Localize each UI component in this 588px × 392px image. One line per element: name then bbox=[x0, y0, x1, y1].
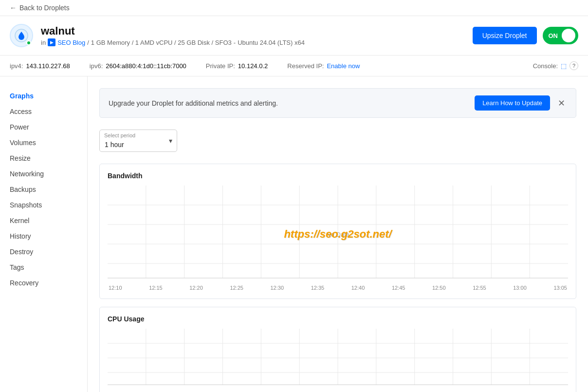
droplet-avatar bbox=[10, 24, 33, 47]
droplet-icon bbox=[15, 29, 28, 42]
time-label-4: 12:30 bbox=[271, 285, 284, 291]
cpu-chart-svg bbox=[108, 329, 568, 387]
console-label: Console: bbox=[533, 62, 558, 70]
upsize-droplet-button[interactable]: Upsize Droplet bbox=[473, 27, 537, 44]
time-label-3: 12:25 bbox=[230, 285, 243, 291]
time-label-9: 12:55 bbox=[473, 285, 486, 291]
reserved-ip-label: Reserved IP: bbox=[287, 62, 324, 70]
sidebar-item-volumes[interactable]: Volumes bbox=[0, 135, 87, 150]
period-select-wrapper: Select period 1 hour 6 hours 24 hours 7 … bbox=[99, 130, 177, 152]
dash: - bbox=[234, 39, 236, 46]
sidebar-item-power[interactable]: Power bbox=[0, 119, 87, 135]
sidebar-item-networking[interactable]: Networking bbox=[0, 166, 87, 182]
time-label-0: 12:10 bbox=[109, 285, 122, 291]
time-label-8: 12:50 bbox=[432, 285, 446, 291]
sidebar-item-tags[interactable]: Tags bbox=[0, 260, 87, 275]
time-label-6: 12:40 bbox=[351, 285, 365, 291]
back-to-droplets-link[interactable]: ← Back to Droplets bbox=[10, 4, 70, 12]
time-label-5: 12:35 bbox=[311, 285, 325, 291]
alert-actions: Learn How to Update ✕ bbox=[475, 95, 567, 111]
bandwidth-chart-area: https://seo.g2sot.net/ bbox=[108, 186, 568, 283]
console-icon: ⬚ bbox=[561, 62, 567, 70]
project-link[interactable]: SEO Blog bbox=[57, 39, 85, 46]
sidebar-item-resize[interactable]: Resize bbox=[0, 150, 87, 166]
arrow-left-icon: ← bbox=[10, 4, 17, 12]
console-link[interactable]: ⬚ bbox=[561, 62, 567, 70]
private-ip-value: 10.124.0.2 bbox=[238, 62, 268, 70]
time-label-10: 13:00 bbox=[513, 285, 527, 291]
droplet-name: walnut bbox=[41, 25, 305, 37]
bandwidth-time-axis: 12:10 12:15 12:20 12:25 12:30 12:35 12:4… bbox=[108, 285, 568, 291]
toggle-label: ON bbox=[549, 32, 558, 39]
ipv6-label: ipv6: bbox=[90, 62, 103, 70]
sidebar-item-destroy[interactable]: Destroy bbox=[0, 244, 87, 260]
reserved-ip-item: Reserved IP: Enable now bbox=[287, 62, 360, 70]
learn-how-to-update-button[interactable]: Learn How to Update bbox=[475, 95, 550, 111]
alert-text: Upgrade your Droplet for additional metr… bbox=[109, 99, 278, 107]
droplet-header: walnut in ▶ SEO Blog / 1 GB Memory / 1 A… bbox=[0, 16, 588, 56]
project-name: SEO Blog bbox=[57, 39, 85, 46]
header-actions: Upsize Droplet ON bbox=[473, 27, 578, 44]
sidebar-item-access[interactable]: Access bbox=[0, 104, 87, 119]
ipv4-label: ipv4: bbox=[10, 62, 23, 70]
cpu-chart-area bbox=[108, 329, 568, 387]
ipv4-item: ipv4: 143.110.227.68 bbox=[10, 62, 70, 70]
console-section: Console: ⬚ ? bbox=[533, 61, 578, 70]
bandwidth-chart-container: Bandwidth https://seo.g2sot.net/ bbox=[99, 164, 576, 299]
help-icon[interactable]: ? bbox=[570, 61, 578, 70]
time-label-2: 12:20 bbox=[189, 285, 203, 291]
sidebar-item-backups[interactable]: Backups bbox=[0, 182, 87, 197]
alert-close-button[interactable]: ✕ bbox=[556, 99, 567, 108]
top-nav: ← Back to Droplets bbox=[0, 0, 588, 16]
cpu-chart-title: CPU Usage bbox=[108, 315, 568, 323]
bandwidth-chart-title: Bandwidth bbox=[108, 172, 568, 180]
private-ip-item: Private IP: 10.124.0.2 bbox=[206, 62, 268, 70]
period-select[interactable]: 1 hour 6 hours 24 hours 7 days 30 days bbox=[99, 130, 177, 152]
droplet-specs: 1 GB Memory / 1 AMD vCPU / 25 GB Disk / … bbox=[91, 39, 232, 46]
droplet-info: walnut in ▶ SEO Blog / 1 GB Memory / 1 A… bbox=[41, 25, 305, 46]
sidebar-item-kernel[interactable]: Kernel bbox=[0, 213, 87, 228]
separator: / bbox=[87, 39, 89, 46]
sidebar-item-recovery[interactable]: Recovery bbox=[0, 275, 87, 291]
time-label-7: 12:45 bbox=[392, 285, 405, 291]
ip-bar: ipv4: 143.110.227.68 ipv6: 2604:a880:4:1… bbox=[0, 56, 588, 76]
sidebar: Graphs Access Power Volumes Resize Netwo… bbox=[0, 76, 88, 392]
sidebar-item-snapshots[interactable]: Snapshots bbox=[0, 197, 87, 213]
status-dot bbox=[26, 40, 31, 45]
period-selector: Select period 1 hour 6 hours 24 hours 7 … bbox=[99, 130, 576, 152]
main-layout: Graphs Access Power Volumes Resize Netwo… bbox=[0, 76, 588, 392]
meta-in-label: in bbox=[41, 39, 46, 46]
ipv6-item: ipv6: 2604:a880:4:1d0::11cb:7000 bbox=[90, 62, 186, 70]
project-icon: ▶ bbox=[48, 38, 55, 46]
cpu-chart-container: CPU Usage bbox=[99, 307, 576, 392]
ipv4-value: 143.110.227.68 bbox=[26, 62, 70, 70]
ipv6-value: 2604:a880:4:1d0::11cb:7000 bbox=[106, 62, 186, 70]
power-toggle[interactable]: ON bbox=[543, 27, 579, 44]
alert-banner: Upgrade your Droplet for additional metr… bbox=[99, 88, 576, 118]
toggle-circle bbox=[562, 29, 575, 42]
time-label-11: 13:05 bbox=[553, 285, 567, 291]
private-ip-label: Private IP: bbox=[206, 62, 235, 70]
back-label: Back to Droplets bbox=[19, 4, 70, 12]
time-label-1: 12:15 bbox=[149, 285, 163, 291]
droplet-identity: walnut in ▶ SEO Blog / 1 GB Memory / 1 A… bbox=[10, 24, 305, 47]
sidebar-item-graphs[interactable]: Graphs bbox=[0, 88, 87, 104]
content-area: Upgrade your Droplet for additional metr… bbox=[88, 76, 588, 392]
droplet-meta: in ▶ SEO Blog / 1 GB Memory / 1 AMD vCPU… bbox=[41, 38, 305, 46]
sidebar-item-history[interactable]: History bbox=[0, 228, 87, 244]
droplet-os: Ubuntu 24.04 (LTS) x64 bbox=[238, 39, 305, 46]
enable-reserved-ip-link[interactable]: Enable now bbox=[327, 62, 360, 70]
bandwidth-no-data: No Data bbox=[326, 231, 349, 238]
